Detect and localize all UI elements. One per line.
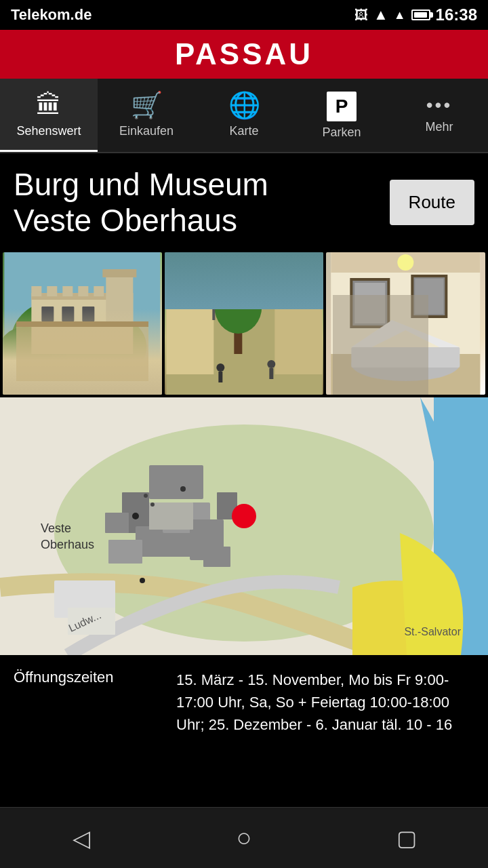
photo-icon: 🖼 (354, 7, 368, 23)
tab-mehr-label: Mehr (425, 120, 453, 134)
opening-hours-label: Öffnungszeiten (14, 669, 163, 686)
svg-rect-18 (166, 266, 214, 374)
svg-rect-0 (4, 252, 160, 395)
svg-rect-32 (215, 293, 228, 302)
museum-icon: 🏛 (36, 91, 62, 120)
map-label-salvator: St.-Salvator (404, 626, 461, 638)
wifi-icon: ▲ (373, 6, 388, 24)
svg-point-27 (216, 363, 224, 372)
photo-1[interactable] (3, 252, 162, 395)
nav-back-button[interactable] (54, 818, 108, 859)
tab-einkaufen-label: Einkaufen (119, 124, 174, 138)
svg-point-29 (267, 360, 275, 368)
svg-rect-38 (355, 283, 386, 323)
map-location-marker (232, 504, 256, 528)
svg-rect-6 (106, 273, 133, 327)
cart-icon: 🛒 (131, 90, 163, 120)
svg-rect-9 (62, 307, 74, 321)
svg-rect-26 (300, 279, 315, 300)
svg-rect-16 (166, 252, 322, 307)
svg-rect-15 (94, 286, 104, 296)
parking-icon: P (327, 90, 357, 121)
tab-sehenswert[interactable]: 🏛 Sehenswert (0, 79, 98, 152)
svg-point-3 (3, 327, 52, 381)
svg-rect-28 (218, 372, 222, 382)
svg-rect-31 (212, 293, 215, 320)
svg-rect-57 (108, 540, 142, 564)
recent-icon (396, 825, 417, 851)
photo-gallery (0, 252, 488, 397)
photo-3[interactable] (326, 252, 485, 395)
svg-rect-11 (31, 286, 41, 296)
svg-point-61 (180, 486, 186, 492)
tab-karte[interactable]: 🌐 Karte (195, 79, 293, 152)
tab-mehr[interactable]: ••• Mehr (390, 79, 488, 152)
svg-rect-13 (62, 286, 73, 296)
place-title-line1: Burg und Museum (14, 167, 268, 202)
time-display: 16:38 (436, 5, 477, 24)
nav-home-button[interactable] (217, 818, 271, 859)
app-header: PASSAU (0, 30, 488, 79)
place-title-line2: Veste Oberhaus (14, 203, 237, 238)
svg-rect-40 (415, 279, 444, 314)
carrier-label: Telekom.de (11, 6, 92, 24)
tab-karte-label: Karte (229, 124, 258, 138)
app-title: PASSAU (175, 37, 313, 71)
svg-rect-23 (173, 286, 186, 305)
title-row: Burg und Museum Veste Oberhaus Route (0, 153, 488, 252)
tab-parken[interactable]: P Parken (293, 79, 390, 152)
status-bar: Telekom.de 🖼 ▲ ▲ 16:38 (0, 0, 488, 30)
tab-parken-label: Parken (322, 125, 361, 140)
svg-point-62 (144, 494, 148, 498)
svg-rect-14 (78, 286, 88, 296)
back-icon (73, 825, 90, 852)
svg-point-22 (214, 279, 262, 334)
svg-rect-58 (203, 547, 230, 567)
svg-rect-42 (352, 347, 460, 368)
tab-einkaufen[interactable]: 🛒 Einkaufen (98, 79, 195, 152)
svg-rect-12 (47, 286, 57, 296)
signal-icon: ▲ (394, 8, 406, 22)
place-title: Burg und Museum Veste Oberhaus (14, 167, 376, 239)
main-content: Burg und Museum Veste Oberhaus Route (0, 153, 488, 817)
svg-rect-49 (149, 465, 203, 499)
svg-point-60 (140, 578, 145, 583)
svg-rect-7 (102, 269, 136, 277)
map-section[interactable]: Veste Oberhaus Ludw... St.-Salvator (0, 397, 488, 655)
battery-icon (411, 9, 430, 20)
more-icon: ••• (426, 94, 452, 116)
svg-rect-8 (41, 307, 54, 321)
svg-point-63 (150, 502, 155, 507)
status-icons: 🖼 ▲ ▲ 16:38 (354, 5, 477, 24)
tab-sehenswert-label: Sehenswert (16, 124, 81, 138)
svg-rect-24 (192, 286, 205, 305)
info-section: Öffnungszeiten 15. März - 15. November, … (0, 655, 488, 749)
opening-hours-row: Öffnungszeiten 15. März - 15. November, … (14, 669, 474, 736)
svg-rect-10 (82, 307, 94, 321)
globe-icon: 🌐 (228, 90, 260, 120)
svg-rect-30 (269, 368, 273, 379)
svg-rect-55 (149, 502, 193, 530)
svg-point-2 (65, 313, 146, 381)
map-label-veste: Veste Oberhaus (41, 521, 94, 553)
route-button[interactable]: Route (390, 180, 474, 225)
svg-rect-19 (274, 259, 322, 374)
photo-2[interactable] (165, 252, 324, 395)
opening-hours-value: 15. März - 15. November, Mo bis Fr 9:00-… (176, 669, 474, 736)
home-icon (237, 823, 252, 852)
svg-rect-25 (280, 279, 295, 300)
svg-rect-56 (105, 513, 129, 533)
nav-tabs: 🏛 Sehenswert 🛒 Einkaufen 🌐 Karte P Parke… (0, 79, 488, 153)
bottom-nav (0, 807, 488, 868)
nav-recent-button[interactable] (380, 818, 434, 859)
svg-point-1 (11, 300, 106, 381)
svg-point-59 (132, 513, 139, 519)
svg-marker-20 (166, 252, 214, 266)
svg-point-44 (398, 254, 414, 271)
